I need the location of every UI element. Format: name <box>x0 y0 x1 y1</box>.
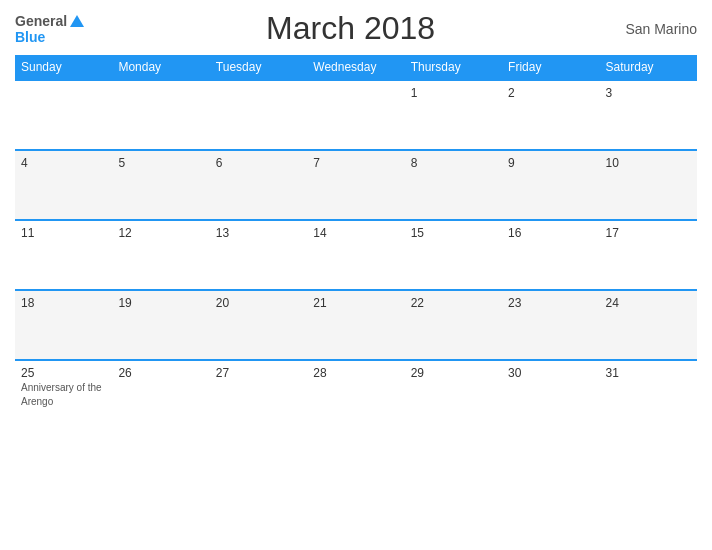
table-row: 27 <box>210 360 307 430</box>
country-label: San Marino <box>617 21 697 37</box>
table-row: 12 <box>112 220 209 290</box>
day-number: 18 <box>21 296 106 310</box>
table-row: 10 <box>600 150 697 220</box>
day-number: 9 <box>508 156 593 170</box>
day-number: 21 <box>313 296 398 310</box>
table-row: 15 <box>405 220 502 290</box>
day-number: 3 <box>606 86 691 100</box>
day-number: 19 <box>118 296 203 310</box>
table-row: 16 <box>502 220 599 290</box>
day-number: 31 <box>606 366 691 380</box>
calendar-row-1: 123 <box>15 80 697 150</box>
col-thursday: Thursday <box>405 55 502 80</box>
day-number: 8 <box>411 156 496 170</box>
table-row: 14 <box>307 220 404 290</box>
table-row: 28 <box>307 360 404 430</box>
day-number: 12 <box>118 226 203 240</box>
calendar-page: General Blue March 2018 San Marino Sunda… <box>0 0 712 550</box>
col-monday: Monday <box>112 55 209 80</box>
day-number: 26 <box>118 366 203 380</box>
col-saturday: Saturday <box>600 55 697 80</box>
calendar-row-5: 25Anniversary of the Arengo262728293031 <box>15 360 697 430</box>
day-number: 27 <box>216 366 301 380</box>
table-row <box>307 80 404 150</box>
calendar-row-3: 11121314151617 <box>15 220 697 290</box>
logo: General Blue <box>15 13 84 45</box>
col-friday: Friday <box>502 55 599 80</box>
table-row: 25Anniversary of the Arengo <box>15 360 112 430</box>
day-number: 17 <box>606 226 691 240</box>
table-row: 6 <box>210 150 307 220</box>
day-number: 25 <box>21 366 106 380</box>
table-row: 19 <box>112 290 209 360</box>
table-row: 23 <box>502 290 599 360</box>
table-row: 1 <box>405 80 502 150</box>
calendar-row-2: 45678910 <box>15 150 697 220</box>
table-row: 24 <box>600 290 697 360</box>
table-row: 2 <box>502 80 599 150</box>
day-number: 6 <box>216 156 301 170</box>
table-row: 22 <box>405 290 502 360</box>
table-row: 11 <box>15 220 112 290</box>
day-number: 30 <box>508 366 593 380</box>
table-row: 3 <box>600 80 697 150</box>
day-number: 22 <box>411 296 496 310</box>
table-row: 30 <box>502 360 599 430</box>
day-number: 23 <box>508 296 593 310</box>
calendar-row-4: 18192021222324 <box>15 290 697 360</box>
day-number: 4 <box>21 156 106 170</box>
day-number: 10 <box>606 156 691 170</box>
table-row: 8 <box>405 150 502 220</box>
header: General Blue March 2018 San Marino <box>15 10 697 47</box>
day-number: 11 <box>21 226 106 240</box>
day-number: 5 <box>118 156 203 170</box>
day-number: 28 <box>313 366 398 380</box>
day-number: 13 <box>216 226 301 240</box>
calendar-title: March 2018 <box>84 10 617 47</box>
day-number: 7 <box>313 156 398 170</box>
table-row: 4 <box>15 150 112 220</box>
day-number: 14 <box>313 226 398 240</box>
table-row <box>112 80 209 150</box>
days-header-row: Sunday Monday Tuesday Wednesday Thursday… <box>15 55 697 80</box>
table-row: 13 <box>210 220 307 290</box>
table-row: 26 <box>112 360 209 430</box>
event-label: Anniversary of the Arengo <box>21 382 102 407</box>
logo-general-text: General <box>15 13 67 29</box>
table-row: 31 <box>600 360 697 430</box>
table-row: 20 <box>210 290 307 360</box>
table-row: 7 <box>307 150 404 220</box>
logo-blue-text: Blue <box>15 29 45 45</box>
day-number: 15 <box>411 226 496 240</box>
table-row: 29 <box>405 360 502 430</box>
day-number: 1 <box>411 86 496 100</box>
col-sunday: Sunday <box>15 55 112 80</box>
logo-triangle-icon <box>70 15 84 27</box>
table-row: 18 <box>15 290 112 360</box>
table-row: 9 <box>502 150 599 220</box>
day-number: 29 <box>411 366 496 380</box>
col-tuesday: Tuesday <box>210 55 307 80</box>
calendar-table: Sunday Monday Tuesday Wednesday Thursday… <box>15 55 697 430</box>
table-row <box>15 80 112 150</box>
day-number: 20 <box>216 296 301 310</box>
day-number: 16 <box>508 226 593 240</box>
day-number: 2 <box>508 86 593 100</box>
col-wednesday: Wednesday <box>307 55 404 80</box>
table-row: 5 <box>112 150 209 220</box>
table-row: 21 <box>307 290 404 360</box>
table-row: 17 <box>600 220 697 290</box>
table-row <box>210 80 307 150</box>
day-number: 24 <box>606 296 691 310</box>
